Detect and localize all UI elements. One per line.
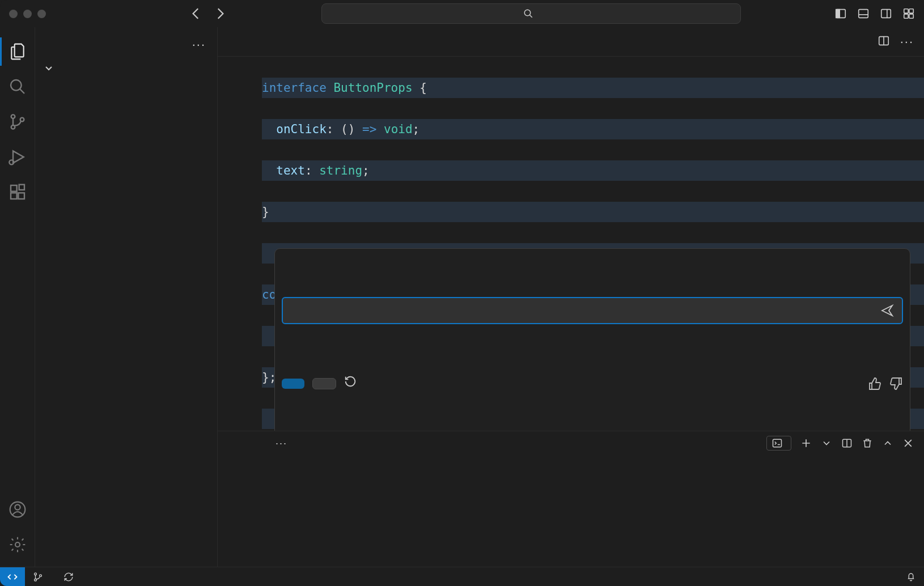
remote-icon: [7, 571, 18, 583]
svg-rect-7: [904, 9, 908, 13]
inline-chat-input-wrapper: [282, 297, 903, 324]
titlebar: [0, 0, 924, 27]
files-icon: [9, 43, 27, 61]
search-icon: [9, 78, 27, 96]
split-editor-icon[interactable]: [878, 35, 890, 47]
panel: ···: [218, 431, 924, 567]
thumbs-down-icon[interactable]: [889, 377, 903, 390]
svg-point-14: [20, 118, 24, 122]
toggle-panel-icon[interactable]: [857, 7, 870, 20]
svg-point-11: [11, 80, 22, 91]
close-panel-icon[interactable]: [902, 438, 914, 449]
discard-button[interactable]: [312, 378, 336, 389]
customize-layout-icon[interactable]: [902, 7, 915, 20]
activity-source-control[interactable]: [0, 104, 35, 139]
toggle-primary-sidebar-icon[interactable]: [834, 7, 847, 20]
editor-more-icon[interactable]: ···: [900, 35, 914, 49]
svg-rect-9: [904, 14, 908, 18]
svg-rect-16: [11, 185, 17, 192]
editor[interactable]: interface ButtonProps { onClick: () => v…: [218, 57, 924, 431]
svg-rect-5: [881, 10, 891, 18]
activity-settings[interactable]: [0, 527, 35, 562]
trash-icon[interactable]: [862, 438, 873, 449]
svg-point-29: [35, 579, 37, 581]
activity-extensions[interactable]: [0, 175, 35, 210]
rerun-button[interactable]: [344, 373, 357, 394]
extensions-icon: [9, 183, 27, 201]
toggle-secondary-sidebar-icon[interactable]: [880, 7, 892, 20]
sidebar-more-icon[interactable]: ···: [192, 37, 206, 52]
status-language[interactable]: [878, 572, 898, 582]
sync-icon: [63, 572, 74, 582]
svg-point-21: [15, 504, 20, 509]
chevron-down-icon: [44, 63, 53, 73]
chevron-down-icon[interactable]: [821, 438, 832, 449]
svg-point-22: [15, 542, 20, 547]
maximize-panel-icon[interactable]: [882, 438, 893, 449]
send-icon[interactable]: [880, 304, 894, 317]
thumbs-up-icon[interactable]: [868, 377, 881, 390]
remote-button[interactable]: [0, 567, 25, 586]
activity-explorer[interactable]: [0, 34, 35, 69]
branch-icon: [33, 572, 43, 582]
status-bar: [0, 567, 924, 586]
activity-debug[interactable]: [0, 139, 35, 175]
svg-rect-17: [11, 193, 17, 199]
code-content[interactable]: interface ButtonProps { onClick: () => v…: [262, 57, 924, 431]
svg-point-13: [11, 125, 15, 129]
svg-point-28: [35, 572, 37, 575]
editor-tabs: ···: [218, 27, 924, 57]
source-control-icon: [9, 113, 27, 131]
maximize-window[interactable]: [37, 10, 46, 18]
search-icon: [523, 9, 533, 19]
status-branch[interactable]: [25, 572, 56, 582]
status-sync[interactable]: [56, 572, 86, 582]
inline-chat-widget: [274, 248, 910, 431]
new-terminal-icon[interactable]: [800, 438, 812, 449]
debug-icon: [9, 148, 27, 166]
terminal-output[interactable]: [218, 455, 924, 567]
svg-rect-2: [836, 10, 840, 18]
minimize-window[interactable]: [23, 10, 32, 18]
status-notifications[interactable]: [898, 572, 924, 582]
terminal-shell-selector[interactable]: [766, 436, 791, 451]
gutter: [218, 57, 262, 431]
svg-rect-8: [909, 9, 913, 13]
svg-point-0: [524, 10, 531, 16]
activity-account[interactable]: [0, 492, 35, 527]
account-icon: [9, 500, 27, 519]
nav-back-icon[interactable]: [189, 6, 204, 21]
activity-search[interactable]: [0, 69, 35, 104]
window-controls: [9, 10, 57, 18]
svg-rect-25: [773, 439, 782, 447]
svg-rect-19: [19, 185, 24, 190]
activity-bar: [0, 27, 35, 567]
gear-icon: [9, 536, 27, 554]
accept-button[interactable]: [282, 379, 304, 389]
close-window[interactable]: [9, 10, 18, 18]
inline-chat-input[interactable]: [291, 304, 875, 317]
svg-rect-18: [18, 193, 24, 199]
svg-point-30: [40, 574, 42, 576]
command-center[interactable]: [321, 3, 741, 24]
bell-icon: [906, 572, 916, 582]
terminal-icon: [772, 438, 783, 449]
split-terminal-icon[interactable]: [841, 438, 853, 449]
sidebar: ···: [35, 27, 218, 567]
svg-point-12: [11, 114, 15, 118]
panel-more-icon[interactable]: ···: [275, 438, 287, 449]
svg-rect-10: [909, 14, 913, 18]
nav-forward-icon[interactable]: [213, 6, 227, 21]
svg-rect-3: [859, 10, 868, 18]
folder-root[interactable]: [35, 59, 217, 77]
